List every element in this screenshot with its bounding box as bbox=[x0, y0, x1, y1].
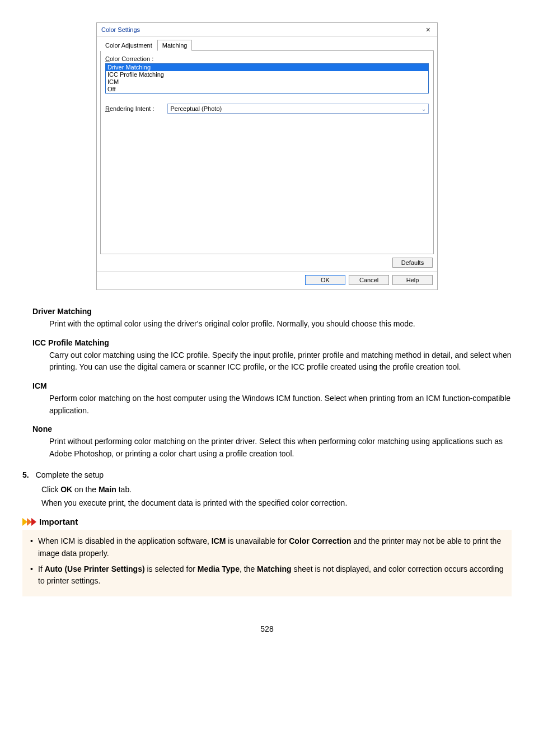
list-item[interactable]: ICC Profile Matching bbox=[106, 71, 428, 78]
cancel-button[interactable]: Cancel bbox=[349, 275, 389, 285]
defaults-button[interactable]: Defaults bbox=[392, 258, 433, 268]
tab-color-adjustment[interactable]: Color Adjustment bbox=[100, 40, 157, 51]
step-number: 5. bbox=[22, 470, 29, 479]
rendering-intent-value: Perceptual (Photo) bbox=[170, 105, 222, 112]
color-correction-list[interactable]: Driver Matching ICC Profile Matching ICM… bbox=[105, 63, 429, 94]
ok-button[interactable]: OK bbox=[305, 275, 345, 285]
important-item: If Auto (Use Printer Settings) is select… bbox=[30, 563, 504, 587]
important-header: Important bbox=[22, 517, 512, 526]
chevron-down-icon: ⌄ bbox=[421, 106, 426, 112]
tab-matching[interactable]: Matching bbox=[157, 40, 193, 51]
page-number: 528 bbox=[22, 624, 512, 633]
list-item[interactable]: Off bbox=[106, 86, 428, 93]
section-title: ICC Profile Matching bbox=[32, 338, 512, 347]
important-title: Important bbox=[39, 517, 78, 526]
important-item: When ICM is disabled in the application … bbox=[30, 535, 504, 559]
important-box: When ICM is disabled in the application … bbox=[22, 530, 512, 596]
tabs: Color Adjustment Matching bbox=[100, 39, 434, 51]
close-icon[interactable]: × bbox=[423, 25, 434, 34]
arrows-icon bbox=[22, 518, 36, 526]
section-body: Perform color matching on the host compu… bbox=[49, 393, 512, 417]
list-item[interactable]: ICM bbox=[106, 78, 428, 86]
rendering-intent-select[interactable]: Perceptual (Photo) ⌄ bbox=[167, 104, 429, 114]
section-title: None bbox=[32, 424, 512, 433]
color-correction-label: Color Correction : bbox=[105, 55, 429, 62]
section-body: Print without performing color matching … bbox=[49, 436, 512, 460]
section-body: Carry out color matching using the ICC p… bbox=[49, 349, 512, 374]
matching-panel: Color Correction : Driver Matching ICC P… bbox=[100, 51, 434, 254]
titlebar: Color Settings × bbox=[97, 23, 437, 37]
help-button[interactable]: Help bbox=[392, 275, 433, 285]
section-body: Print with the optimal color using the d… bbox=[49, 318, 512, 330]
step-title: Complete the setup bbox=[36, 470, 104, 479]
list-item[interactable]: Driver Matching bbox=[106, 64, 428, 71]
section-title: Driver Matching bbox=[32, 307, 512, 316]
color-settings-dialog: Color Settings × Color Adjustment Matchi… bbox=[96, 22, 438, 290]
rendering-intent-label: Rendering Intent : bbox=[105, 105, 154, 112]
section-title: ICM bbox=[32, 381, 512, 390]
dialog-title: Color Settings bbox=[101, 26, 140, 33]
step-body: Click OK on the Main tab. When you execu… bbox=[41, 484, 512, 509]
